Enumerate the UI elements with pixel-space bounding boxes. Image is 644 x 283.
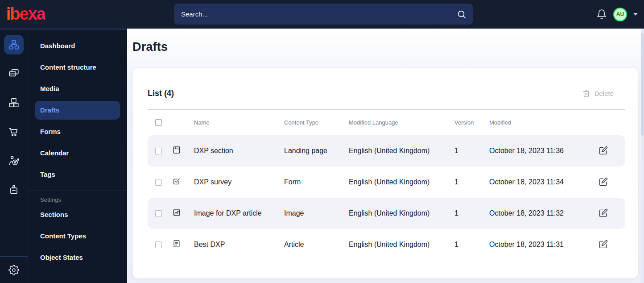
cell-modified: October 18, 2023 11:34: [489, 178, 599, 186]
menu-item-drafts[interactable]: Drafts: [35, 101, 120, 120]
cell-modified-language: English (United Kingdom): [349, 241, 454, 249]
parcel-boxes-icon: [8, 97, 20, 108]
cell-version: 1: [454, 209, 489, 217]
column-header-modified-language: Modified Language: [349, 119, 454, 126]
menu-item-content-structure[interactable]: Content structure: [28, 57, 127, 78]
cell-name[interactable]: Image for DXP article: [194, 209, 284, 217]
edit-icon: [599, 240, 608, 249]
menu-item-dashboard[interactable]: Dashboard: [28, 35, 127, 57]
search-icon[interactable]: [457, 9, 466, 19]
menu-item-sections[interactable]: Sections: [28, 204, 127, 225]
table-row[interactable]: Image for DXP article Image English (Uni…: [148, 198, 625, 229]
cell-modified-language: English (United Kingdom): [349, 147, 454, 155]
search-bar: [174, 4, 473, 25]
rail-item-commerce[interactable]: [4, 122, 24, 142]
main-content: Drafts List (4) Delete: [127, 29, 644, 283]
settings-section-heading: Settings: [28, 191, 127, 204]
drafts-table: Name Content Type Modified Language Vers…: [148, 109, 625, 260]
article-icon: [172, 239, 181, 248]
menu-item-content-types[interactable]: Content Types: [28, 225, 127, 247]
edit-button[interactable]: [599, 208, 608, 218]
menu-item-object-states[interactable]: Object States: [28, 247, 127, 268]
topbar-actions: AU: [596, 0, 640, 29]
delete-button[interactable]: Delete: [582, 90, 614, 97]
menu-item-forms[interactable]: Forms: [28, 121, 127, 142]
cell-content-type: Image: [284, 209, 349, 217]
gear-icon: [8, 265, 19, 275]
icon-rail: [0, 29, 28, 283]
ibexa-logo: ibexa: [6, 4, 45, 24]
rail-item-products[interactable]: [4, 93, 24, 112]
column-header-name: Name: [194, 119, 284, 126]
chevron-down-icon[interactable]: [633, 13, 638, 16]
form-icon: [172, 177, 181, 186]
id-badge-icon: [8, 184, 20, 196]
edit-icon: [599, 177, 608, 186]
list-title: List (4): [148, 89, 174, 98]
cell-name[interactable]: DXP survey: [194, 178, 284, 186]
cell-content-type: Article: [284, 241, 349, 249]
row-checkbox[interactable]: [155, 148, 162, 154]
topbar: ibexa AU: [0, 0, 644, 29]
notifications-bell-icon[interactable]: [596, 9, 607, 20]
sitemap-icon: [8, 39, 20, 50]
app-window: ibexa AU: [0, 0, 644, 283]
row-checkbox[interactable]: [155, 210, 162, 217]
page-title: Drafts: [132, 40, 638, 54]
edit-button[interactable]: [599, 146, 608, 156]
rail-item-admin[interactable]: [0, 256, 28, 283]
menu-item-media[interactable]: Media: [28, 78, 127, 100]
row-checkbox[interactable]: [155, 241, 162, 248]
cell-version: 1: [454, 178, 489, 186]
drafts-list-card: List (4) Delete: [132, 67, 638, 279]
image-icon: [172, 208, 181, 217]
cell-modified-language: English (United Kingdom): [349, 209, 454, 217]
select-all-checkbox[interactable]: [155, 119, 162, 126]
column-header-modified: Modified: [489, 119, 599, 126]
shopping-cart-icon: [8, 126, 20, 137]
column-header-content-type: Content Type: [284, 119, 349, 126]
side-menu: Dashboard Content structure Media Drafts…: [28, 29, 127, 283]
edit-button[interactable]: [599, 177, 608, 187]
scrollbar-thumb[interactable]: [641, 33, 644, 136]
rail-item-personalization[interactable]: [4, 151, 24, 171]
cell-modified-language: English (United Kingdom): [349, 178, 454, 186]
cell-name[interactable]: Best DXP: [194, 241, 284, 249]
vertical-scrollbar[interactable]: [641, 29, 644, 283]
menu-item-calendar[interactable]: Calendar: [28, 142, 127, 164]
table-row[interactable]: Best DXP Article English (United Kingdom…: [148, 229, 625, 260]
avatar[interactable]: AU: [613, 8, 627, 21]
stacked-pages-icon: [8, 68, 20, 79]
edit-button[interactable]: [599, 240, 608, 250]
cell-version: 1: [454, 241, 489, 249]
trash-icon: [582, 90, 590, 97]
cell-name[interactable]: DXP section: [194, 147, 284, 155]
cell-modified: October 18, 2023 11:32: [489, 209, 599, 217]
table-header: Name Content Type Modified Language Vers…: [148, 110, 625, 135]
cell-modified: October 18, 2023 11:36: [489, 147, 599, 155]
search-input[interactable]: [181, 10, 457, 18]
landing-page-icon: [172, 146, 181, 154]
table-row[interactable]: DXP section Landing page English (United…: [148, 135, 625, 166]
table-row[interactable]: DXP survey Form English (United Kingdom)…: [148, 166, 625, 198]
cell-version: 1: [454, 147, 489, 155]
column-header-version: Version: [454, 119, 489, 126]
edit-icon: [599, 208, 608, 217]
rail-item-pages[interactable]: [4, 64, 24, 83]
rail-item-resources[interactable]: [4, 180, 24, 200]
person-target-icon: [8, 155, 20, 166]
cell-content-type: Form: [284, 178, 349, 186]
cell-content-type: Landing page: [284, 147, 349, 155]
menu-item-tags[interactable]: Tags: [28, 164, 127, 185]
row-checkbox[interactable]: [155, 179, 162, 186]
cell-modified: October 18, 2023 11:31: [489, 241, 599, 249]
edit-icon: [599, 146, 608, 155]
delete-button-label: Delete: [594, 90, 614, 97]
rail-item-content[interactable]: [4, 35, 24, 54]
